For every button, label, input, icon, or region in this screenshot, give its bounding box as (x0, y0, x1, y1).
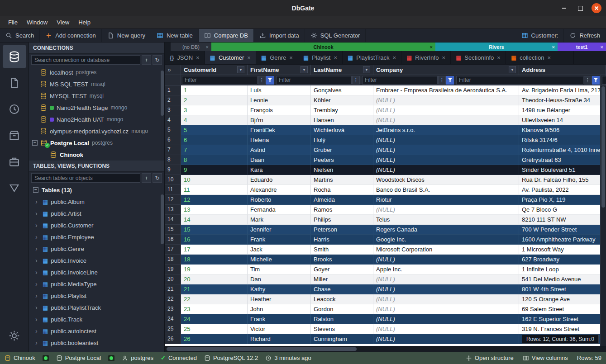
cell-firstname[interactable]: Heather (248, 294, 311, 304)
new-table-button[interactable]: New table (151, 29, 199, 42)
column-header-company[interactable]: Company (373, 65, 519, 75)
table-list-item[interactable]: public.autoinctest (29, 325, 164, 337)
close-icon[interactable] (392, 54, 396, 61)
cell-firstname[interactable]: Dan (248, 274, 311, 284)
history-rail-icon[interactable] (3, 97, 26, 121)
cell-firstname[interactable]: Frank (248, 235, 311, 245)
cell-address[interactable]: UllevІlsveien 14 (519, 115, 606, 125)
cell-address[interactable]: 8210 111 ST NW (519, 215, 606, 225)
cell-customerid[interactable]: 16 (181, 235, 248, 245)
cell-customerid[interactable]: 2 (181, 95, 248, 105)
compare-db-button[interactable]: Compare DB (199, 29, 254, 42)
sql-generator-button[interactable]: SQL Generator (305, 29, 366, 42)
row-number[interactable]: 9 (165, 165, 181, 175)
add-table-icon[interactable] (142, 173, 151, 183)
search-button[interactable]: Search (0, 29, 40, 42)
collapse-icon[interactable] (33, 187, 38, 193)
menu-item[interactable]: File (4, 18, 22, 27)
cell-customerid[interactable]: 4 (181, 115, 248, 125)
table-row[interactable]: 14 14 Mark Philips Telus 8210 111 ST NW (165, 215, 606, 225)
connection-item[interactable]: olympus-medportal.vychozi.cz mongo (29, 125, 164, 137)
menu-item[interactable]: Help (74, 18, 95, 27)
add-connection-icon[interactable] (142, 55, 151, 65)
refresh-button[interactable]: Refresh (564, 29, 606, 42)
chevron-right-icon[interactable] (35, 292, 40, 299)
close-icon[interactable] (247, 54, 251, 61)
cell-lastname[interactable]: Hansen (311, 115, 373, 125)
cell-customerid[interactable]: 9 (181, 165, 248, 175)
filter-input[interactable] (276, 76, 352, 85)
table-row[interactable]: 19 19 Tim Goyer Apple Inc. 1 Infinite Lo… (165, 265, 606, 274)
cell-company[interactable]: (NULL) (373, 155, 519, 165)
row-number[interactable]: 19 (165, 265, 181, 274)
table-row[interactable]: 23 23 John Gordon (NULL) 69 Salem Street (165, 304, 606, 314)
table-list-item[interactable]: public.MediaType (29, 278, 164, 290)
cell-address[interactable]: 700 W Pender Street (519, 225, 606, 235)
menu-item[interactable]: Window (22, 18, 52, 27)
cell-company[interactable]: Riotur (373, 195, 519, 205)
filter-funnel-icon[interactable] (266, 76, 274, 85)
filter-funnel-icon[interactable] (592, 76, 600, 85)
cell-address[interactable]: Grétrystraat 63 (519, 155, 606, 165)
plugins-rail-icon[interactable] (3, 150, 26, 173)
cell-lastname[interactable]: Martins (311, 175, 373, 185)
cell-address[interactable]: Klanova 9/506 (519, 125, 606, 135)
horizontal-scrollbar[interactable] (165, 346, 606, 352)
cell-customerid[interactable]: 26 (181, 334, 248, 344)
table-list-item[interactable]: public.Customer (29, 219, 164, 231)
chevron-right-icon[interactable] (35, 280, 40, 288)
cell-address[interactable]: Av. Paulista, 2022 (519, 185, 606, 195)
row-number[interactable]: 26 (165, 334, 181, 344)
cell-customerid[interactable]: 11 (181, 185, 248, 195)
column-header-customerid[interactable]: CustomerId (181, 65, 248, 75)
tables-group-row[interactable]: Tables (13) (29, 184, 164, 196)
chevron-right-icon[interactable] (35, 316, 40, 323)
close-icon[interactable] (430, 44, 433, 50)
customer-tab-button[interactable]: Customer: (516, 29, 564, 42)
cell-company[interactable]: Woodstock Discos (373, 175, 519, 185)
row-number[interactable]: 6 (165, 135, 181, 145)
cell-address[interactable]: 627 Broadway (519, 255, 606, 265)
cell-lastname[interactable]: Goyer (311, 265, 373, 274)
table-row[interactable]: 3 3 François Tremblay (NULL) 1498 rue Bé… (165, 105, 606, 115)
chevron-right-icon[interactable] (35, 304, 40, 311)
minimize-button[interactable] (559, 3, 569, 13)
filter-input[interactable] (602, 76, 606, 85)
cell-company[interactable]: (NULL) (373, 135, 519, 145)
cell-firstname[interactable]: Jack (248, 245, 311, 255)
cell-lastname[interactable]: Stevens (311, 324, 373, 334)
column-header-firstname[interactable]: FirstName (248, 65, 311, 75)
table-row[interactable]: 25 25 Victor Stevens (NULL) 319 N. Franc… (165, 324, 606, 334)
row-number[interactable]: 23 (165, 304, 181, 314)
cell-firstname[interactable]: François (248, 105, 311, 115)
cell-customerid[interactable]: 20 (181, 274, 248, 284)
row-number[interactable]: 24 (165, 314, 181, 324)
table-list-item[interactable]: public.Playlist (29, 290, 164, 302)
cell-customerid[interactable]: 8 (181, 155, 248, 165)
database-group-tab[interactable]: (no DB) (171, 43, 211, 51)
table-row[interactable]: 1 1 Luís Gonçalves Embraer - Empresa Bra… (165, 85, 606, 95)
chevron-right-icon[interactable] (35, 198, 40, 205)
cell-company[interactable]: (NULL) (373, 334, 519, 344)
new-query-button[interactable]: New query (102, 29, 151, 42)
cell-firstname[interactable]: Daan (248, 155, 311, 165)
table-list-item[interactable]: public.booleantest (29, 337, 164, 349)
open-structure-button[interactable]: Open structure (466, 355, 514, 361)
filter-input[interactable] (362, 76, 438, 85)
cell-company[interactable]: (NULL) (373, 115, 519, 125)
menu-item[interactable]: View (52, 18, 74, 27)
cell-customerid[interactable]: 15 (181, 225, 248, 235)
expand-columns-icon[interactable] (165, 65, 181, 75)
table-row[interactable]: 5 5 Franti□ek Wichterlová JetBrains s.r.… (165, 125, 606, 135)
cell-lastname[interactable]: Holý (311, 135, 373, 145)
add-connection-button[interactable]: Add connection (40, 29, 102, 42)
table-row[interactable]: 12 12 Roberto Almeida Riotur Praça Pio X… (165, 195, 606, 205)
cell-address[interactable]: 801 W 4th Street (519, 284, 606, 294)
cell-customerid[interactable]: 12 (181, 195, 248, 205)
connection-item[interactable]: Nano2Health Stage mongo (29, 102, 164, 113)
cell-customerid[interactable]: 13 (181, 205, 248, 215)
table-list-item[interactable]: public.Genre (29, 243, 164, 255)
close-icon[interactable] (497, 54, 501, 61)
cell-address[interactable]: 69 Salem Street (519, 304, 606, 314)
cell-company[interactable]: (NULL) (373, 95, 519, 105)
